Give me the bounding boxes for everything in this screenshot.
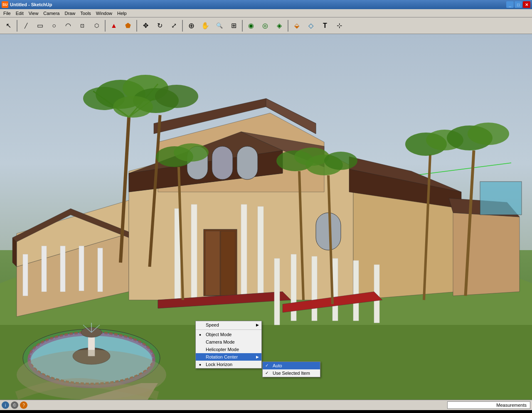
context-menu: Speed Object Mode Camera Mode Helicopter… (195, 321, 262, 369)
move-tool[interactable]: ✥ (139, 19, 152, 32)
status-left: i © ? (2, 401, 27, 409)
svg-point-85 (468, 123, 509, 145)
circle-tool[interactable]: ○ (47, 19, 61, 32)
menu-view[interactable]: View (26, 10, 41, 17)
info-icon[interactable]: i (2, 401, 9, 409)
menu-draw[interactable]: Draw (62, 10, 78, 17)
rotate-tool[interactable]: ↻ (153, 19, 166, 32)
rotation-center-submenu: Auto Use Selected Item (262, 361, 320, 377)
section-plane-tool[interactable]: ⬙ (290, 19, 303, 32)
svg-point-70 (155, 85, 198, 108)
offset-tool[interactable]: ⊡ (76, 19, 89, 32)
ctx-camera-mode[interactable]: Camera Mode (196, 338, 261, 346)
copyright-icon[interactable]: © (11, 401, 18, 409)
app-icon: SU (2, 1, 8, 8)
close-button[interactable]: ✕ (523, 1, 530, 8)
svg-rect-24 (205, 231, 220, 295)
svg-point-73 (174, 143, 209, 162)
paint-tool[interactable]: ▲ (107, 19, 121, 32)
toolbar-sep-4 (182, 20, 183, 32)
ctx-rotation-center[interactable]: Rotation Center (196, 353, 261, 361)
minimize-button[interactable]: _ (506, 1, 514, 8)
menu-edit[interactable]: Edit (13, 10, 26, 17)
menu-file[interactable]: File (1, 10, 13, 17)
rectangle-tool[interactable]: ▭ (33, 19, 47, 32)
push-pull-tool[interactable]: ⬡ (90, 19, 103, 32)
svg-rect-8 (23, 254, 28, 296)
toolbar-sep-2 (105, 20, 106, 32)
title-bar: SU Untitled - SketchUp _ □ ✕ (0, 0, 532, 9)
scale-tool[interactable]: ⤢ (167, 19, 180, 32)
title-bar-left: SU Untitled - SketchUp (2, 1, 52, 8)
ctx-object-mode[interactable]: Object Mode (196, 331, 261, 338)
house-scene (0, 34, 532, 410)
svg-rect-11 (79, 246, 84, 291)
svg-rect-22 (237, 146, 258, 179)
orbit-tool[interactable]: ⊕ (185, 19, 198, 32)
menu-window[interactable]: Window (94, 10, 115, 17)
axes-tool[interactable]: ⊹ (332, 19, 346, 32)
sub-auto[interactable]: Auto (263, 362, 320, 369)
look-around-tool[interactable]: ◎ (259, 19, 272, 32)
measurements-label: Measurements (496, 403, 527, 408)
toolbar: ↖ ╱ ▭ ○ ◠ ⊡ ⬡ ▲ ⬟ ✥ ↻ ⤢ ⊕ ✋ 🔍 ⊞ ◉ ◎ ◈ ⬙ … (0, 17, 532, 34)
toolbar-sep-1 (17, 20, 17, 32)
eraser-tool[interactable]: ⬟ (121, 19, 135, 32)
svg-point-79 (324, 152, 357, 170)
svg-rect-40 (312, 256, 317, 321)
line-tool[interactable]: ╱ (19, 19, 32, 32)
menu-help[interactable]: Help (115, 10, 129, 17)
svg-rect-10 (60, 246, 65, 292)
status-icons: i © ? (2, 401, 27, 409)
svg-rect-37 (316, 213, 341, 250)
toolbar-sep-3 (136, 20, 137, 32)
svg-rect-42 (353, 261, 359, 321)
ctx-speed[interactable]: Speed (196, 321, 261, 329)
sub-use-selected-item[interactable]: Use Selected Item (263, 369, 320, 377)
svg-rect-29 (258, 206, 264, 298)
arc-tool[interactable]: ◠ (62, 19, 75, 32)
measurements-box[interactable]: Measurements (447, 401, 530, 409)
status-bar: i © ? Measurements (0, 400, 532, 410)
ctx-lock-horizon-label: Lock Horizon (206, 362, 232, 367)
svg-rect-28 (241, 204, 247, 298)
text-tool[interactable]: T (318, 19, 332, 32)
svg-rect-12 (98, 248, 103, 292)
zoom-tool[interactable]: 🔍 (213, 19, 226, 32)
svg-rect-25 (221, 231, 235, 295)
svg-rect-9 (42, 246, 47, 292)
window-title: Untitled - SketchUp (10, 2, 52, 7)
svg-marker-7 (12, 238, 17, 267)
title-bar-buttons: _ □ ✕ (506, 1, 530, 8)
walk-tool[interactable]: ◉ (244, 19, 258, 32)
toolbar-sep-6 (288, 20, 288, 32)
svg-rect-86 (480, 182, 522, 215)
ctx-lock-horizon[interactable]: Lock Horizon (196, 361, 261, 368)
viewport[interactable]: Speed Object Mode Camera Mode Helicopter… (0, 34, 532, 410)
dimensions-tool[interactable]: ◇ (304, 19, 318, 32)
position-camera-tool[interactable]: ◈ (273, 19, 286, 32)
svg-marker-35 (453, 213, 520, 296)
menu-camera[interactable]: Camera (41, 10, 62, 17)
maximize-button[interactable]: □ (515, 1, 522, 8)
menu-bar: File Edit View Camera Draw Tools Window … (0, 9, 532, 17)
svg-rect-27 (191, 204, 197, 298)
help-icon[interactable]: ? (20, 401, 27, 409)
svg-rect-38 (274, 258, 280, 325)
svg-rect-21 (212, 146, 233, 179)
menu-tools[interactable]: Tools (78, 10, 94, 17)
select-tool[interactable]: ↖ (2, 19, 15, 32)
ctx-sep-1 (196, 329, 261, 330)
toolbar-sep-5 (242, 20, 243, 32)
zoom-extents-tool[interactable]: ⊞ (227, 19, 240, 32)
svg-rect-41 (332, 258, 338, 321)
svg-point-69 (113, 96, 153, 118)
pan-tool[interactable]: ✋ (199, 19, 212, 32)
ctx-helicopter-mode[interactable]: Helicopter Mode (196, 346, 261, 353)
